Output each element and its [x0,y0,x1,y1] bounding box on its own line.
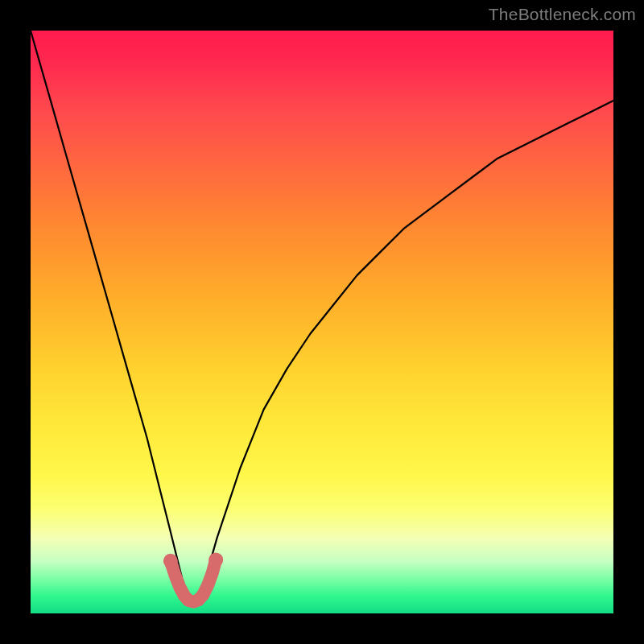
curve-svg [31,31,613,613]
plot-area [31,31,613,613]
bottleneck-curve [31,31,613,602]
chart-frame: TheBottleneck.com [0,0,644,644]
highlight-dot [170,570,181,581]
highlight-dot [207,567,218,578]
optimal-range-highlight [171,559,216,601]
highlight-dot [163,554,178,568]
highlight-dot [208,552,223,567]
watermark-text: TheBottleneck.com [489,5,636,24]
